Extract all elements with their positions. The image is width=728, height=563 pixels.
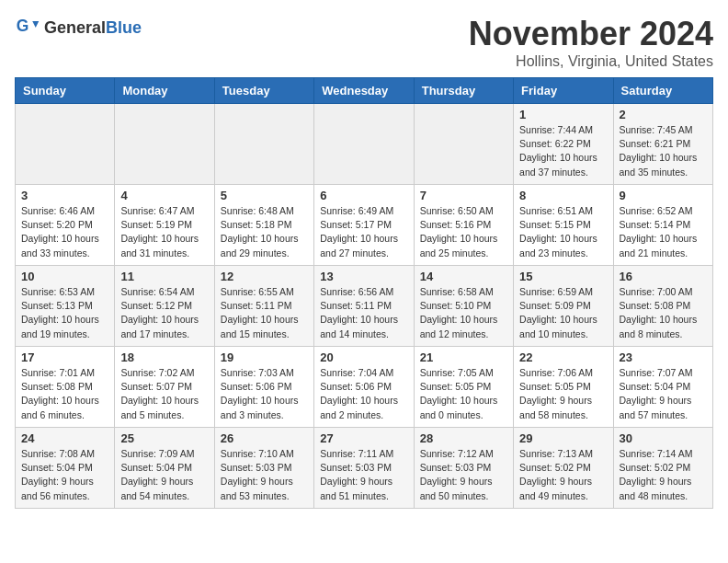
day-info: Sunrise: 7:13 AM Sunset: 5:02 PM Dayligh… bbox=[519, 447, 607, 503]
day-info: Sunrise: 6:46 AM Sunset: 5:20 PM Dayligh… bbox=[21, 204, 108, 260]
day-info: Sunrise: 6:51 AM Sunset: 5:15 PM Dayligh… bbox=[519, 204, 607, 260]
day-info: Sunrise: 7:05 AM Sunset: 5:05 PM Dayligh… bbox=[420, 366, 507, 422]
day-info: Sunrise: 6:49 AM Sunset: 5:17 PM Dayligh… bbox=[320, 204, 407, 260]
day-header-saturday: Saturday bbox=[613, 78, 712, 104]
calendar-cell: 4Sunrise: 6:47 AM Sunset: 5:19 PM Daylig… bbox=[115, 185, 214, 266]
calendar-cell: 17Sunrise: 7:01 AM Sunset: 5:08 PM Dayli… bbox=[16, 347, 115, 428]
day-info: Sunrise: 7:14 AM Sunset: 5:02 PM Dayligh… bbox=[620, 447, 707, 503]
calendar-cell: 25Sunrise: 7:09 AM Sunset: 5:04 PM Dayli… bbox=[115, 428, 214, 509]
calendar-cell: 1Sunrise: 7:44 AM Sunset: 6:22 PM Daylig… bbox=[514, 104, 613, 185]
day-info: Sunrise: 7:02 AM Sunset: 5:07 PM Dayligh… bbox=[120, 366, 208, 422]
day-number: 13 bbox=[320, 270, 407, 283]
calendar-week-2: 3Sunrise: 6:46 AM Sunset: 5:20 PM Daylig… bbox=[16, 185, 713, 266]
calendar-table: SundayMondayTuesdayWednesdayThursdayFrid… bbox=[15, 77, 713, 509]
day-number: 22 bbox=[519, 350, 607, 364]
day-info: Sunrise: 7:08 AM Sunset: 5:04 PM Dayligh… bbox=[21, 447, 108, 503]
calendar-week-3: 10Sunrise: 6:53 AM Sunset: 5:13 PM Dayli… bbox=[16, 266, 713, 347]
day-number: 27 bbox=[320, 431, 407, 445]
svg-marker-1 bbox=[32, 21, 39, 28]
day-number: 20 bbox=[320, 350, 407, 364]
day-info: Sunrise: 7:06 AM Sunset: 5:05 PM Dayligh… bbox=[519, 366, 607, 422]
day-number: 15 bbox=[519, 270, 607, 283]
day-header-sunday: Sunday bbox=[16, 78, 115, 104]
calendar-cell: 12Sunrise: 6:55 AM Sunset: 5:11 PM Dayli… bbox=[214, 266, 313, 347]
calendar-cell: 7Sunrise: 6:50 AM Sunset: 5:16 PM Daylig… bbox=[414, 185, 513, 266]
calendar-cell: 20Sunrise: 7:04 AM Sunset: 5:06 PM Dayli… bbox=[314, 347, 414, 428]
day-number: 18 bbox=[120, 350, 208, 364]
month-title: November 2024 bbox=[469, 15, 713, 53]
day-header-wednesday: Wednesday bbox=[314, 78, 414, 104]
day-number: 2 bbox=[620, 108, 707, 121]
day-number: 24 bbox=[21, 431, 108, 445]
calendar-cell: 27Sunrise: 7:11 AM Sunset: 5:03 PM Dayli… bbox=[314, 428, 414, 509]
day-info: Sunrise: 7:00 AM Sunset: 5:08 PM Dayligh… bbox=[620, 285, 707, 341]
header: G GeneralBlue November 2024 Hollins, Vir… bbox=[15, 15, 713, 70]
day-info: Sunrise: 7:09 AM Sunset: 5:04 PM Dayligh… bbox=[120, 447, 208, 503]
day-info: Sunrise: 6:55 AM Sunset: 5:11 PM Dayligh… bbox=[221, 285, 308, 341]
day-number: 14 bbox=[420, 270, 507, 283]
calendar-cell: 29Sunrise: 7:13 AM Sunset: 5:02 PM Dayli… bbox=[514, 428, 613, 509]
calendar-cell: 5Sunrise: 6:48 AM Sunset: 5:18 PM Daylig… bbox=[214, 185, 313, 266]
day-info: Sunrise: 6:47 AM Sunset: 5:19 PM Dayligh… bbox=[120, 204, 208, 260]
calendar-cell: 19Sunrise: 7:03 AM Sunset: 5:06 PM Dayli… bbox=[214, 347, 313, 428]
day-info: Sunrise: 7:45 AM Sunset: 6:21 PM Dayligh… bbox=[620, 123, 707, 179]
day-number: 16 bbox=[620, 270, 707, 283]
day-info: Sunrise: 7:11 AM Sunset: 5:03 PM Dayligh… bbox=[320, 447, 407, 503]
calendar-cell: 15Sunrise: 6:59 AM Sunset: 5:09 PM Dayli… bbox=[514, 266, 613, 347]
calendar-cell: 22Sunrise: 7:06 AM Sunset: 5:05 PM Dayli… bbox=[514, 347, 613, 428]
day-header-friday: Friday bbox=[514, 78, 613, 104]
calendar-week-1: 1Sunrise: 7:44 AM Sunset: 6:22 PM Daylig… bbox=[16, 104, 713, 185]
day-info: Sunrise: 7:10 AM Sunset: 5:03 PM Dayligh… bbox=[221, 447, 308, 503]
calendar-cell: 6Sunrise: 6:49 AM Sunset: 5:17 PM Daylig… bbox=[314, 185, 414, 266]
day-number: 5 bbox=[221, 189, 308, 202]
day-number: 11 bbox=[120, 270, 208, 283]
day-number: 23 bbox=[620, 350, 707, 364]
calendar-cell: 11Sunrise: 6:54 AM Sunset: 5:12 PM Dayli… bbox=[115, 266, 214, 347]
logo-blue: Blue bbox=[106, 18, 142, 37]
day-info: Sunrise: 7:07 AM Sunset: 5:04 PM Dayligh… bbox=[620, 366, 707, 422]
day-info: Sunrise: 7:04 AM Sunset: 5:06 PM Dayligh… bbox=[320, 366, 407, 422]
calendar-cell: 13Sunrise: 6:56 AM Sunset: 5:11 PM Dayli… bbox=[314, 266, 414, 347]
calendar-cell: 14Sunrise: 6:58 AM Sunset: 5:10 PM Dayli… bbox=[414, 266, 513, 347]
calendar-cell bbox=[16, 104, 115, 185]
calendar-cell: 8Sunrise: 6:51 AM Sunset: 5:15 PM Daylig… bbox=[514, 185, 613, 266]
day-info: Sunrise: 6:52 AM Sunset: 5:14 PM Dayligh… bbox=[620, 204, 707, 260]
logo-icon: G bbox=[15, 15, 40, 40]
calendar-cell: 10Sunrise: 6:53 AM Sunset: 5:13 PM Dayli… bbox=[16, 266, 115, 347]
calendar-cell: 9Sunrise: 6:52 AM Sunset: 5:14 PM Daylig… bbox=[613, 185, 712, 266]
day-info: Sunrise: 7:44 AM Sunset: 6:22 PM Dayligh… bbox=[519, 123, 607, 179]
day-header-monday: Monday bbox=[115, 78, 214, 104]
calendar-cell bbox=[214, 104, 313, 185]
day-info: Sunrise: 6:53 AM Sunset: 5:13 PM Dayligh… bbox=[21, 285, 108, 341]
day-number: 26 bbox=[221, 431, 308, 445]
day-header-tuesday: Tuesday bbox=[214, 78, 313, 104]
title-area: November 2024 Hollins, Virginia, United … bbox=[469, 15, 713, 70]
calendar-cell: 26Sunrise: 7:10 AM Sunset: 5:03 PM Dayli… bbox=[214, 428, 313, 509]
day-number: 21 bbox=[420, 350, 507, 364]
day-info: Sunrise: 6:50 AM Sunset: 5:16 PM Dayligh… bbox=[420, 204, 507, 260]
day-number: 19 bbox=[221, 350, 308, 364]
day-info: Sunrise: 7:03 AM Sunset: 5:06 PM Dayligh… bbox=[221, 366, 308, 422]
day-number: 9 bbox=[620, 189, 707, 202]
day-info: Sunrise: 6:54 AM Sunset: 5:12 PM Dayligh… bbox=[120, 285, 208, 341]
calendar-week-4: 17Sunrise: 7:01 AM Sunset: 5:08 PM Dayli… bbox=[16, 347, 713, 428]
calendar-cell: 18Sunrise: 7:02 AM Sunset: 5:07 PM Dayli… bbox=[115, 347, 214, 428]
day-info: Sunrise: 6:48 AM Sunset: 5:18 PM Dayligh… bbox=[221, 204, 308, 260]
day-number: 25 bbox=[120, 431, 208, 445]
day-number: 30 bbox=[620, 431, 707, 445]
calendar-cell: 16Sunrise: 7:00 AM Sunset: 5:08 PM Dayli… bbox=[613, 266, 712, 347]
calendar-cell: 30Sunrise: 7:14 AM Sunset: 5:02 PM Dayli… bbox=[613, 428, 712, 509]
day-number: 1 bbox=[519, 108, 607, 121]
calendar-cell bbox=[115, 104, 214, 185]
day-number: 6 bbox=[320, 189, 407, 202]
calendar-cell: 23Sunrise: 7:07 AM Sunset: 5:04 PM Dayli… bbox=[613, 347, 712, 428]
day-number: 10 bbox=[21, 270, 108, 283]
day-number: 8 bbox=[519, 189, 607, 202]
location-subtitle: Hollins, Virginia, United States bbox=[469, 53, 713, 70]
day-info: Sunrise: 6:58 AM Sunset: 5:10 PM Dayligh… bbox=[420, 285, 507, 341]
day-info: Sunrise: 7:12 AM Sunset: 5:03 PM Dayligh… bbox=[420, 447, 507, 503]
calendar-cell: 3Sunrise: 6:46 AM Sunset: 5:20 PM Daylig… bbox=[16, 185, 115, 266]
day-info: Sunrise: 6:59 AM Sunset: 5:09 PM Dayligh… bbox=[519, 285, 607, 341]
calendar-cell: 28Sunrise: 7:12 AM Sunset: 5:03 PM Dayli… bbox=[414, 428, 513, 509]
calendar-week-5: 24Sunrise: 7:08 AM Sunset: 5:04 PM Dayli… bbox=[16, 428, 713, 509]
